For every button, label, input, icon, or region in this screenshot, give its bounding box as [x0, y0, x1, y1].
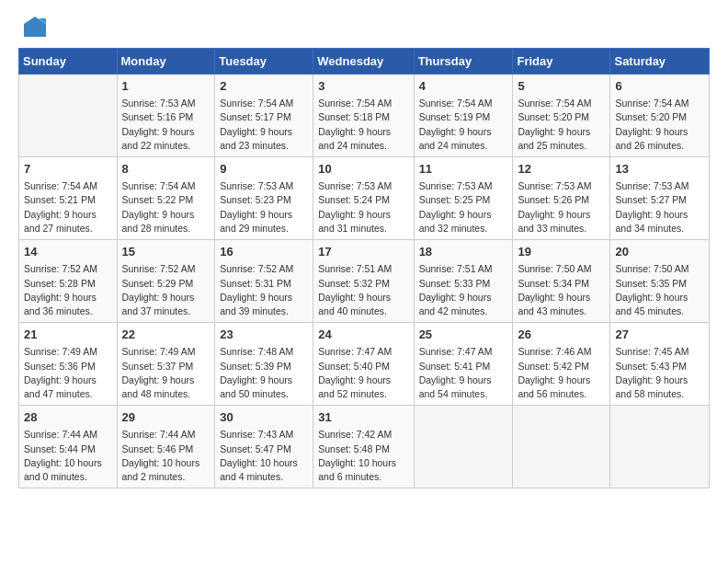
day-number: 8 [122, 161, 210, 178]
calendar-cell: 17Sunrise: 7:51 AM Sunset: 5:32 PM Dayli… [313, 240, 414, 323]
day-info: Sunrise: 7:47 AM Sunset: 5:40 PM Dayligh… [318, 345, 408, 401]
day-number: 5 [518, 78, 605, 95]
day-number: 24 [318, 327, 408, 343]
calendar-cell: 7Sunrise: 7:54 AM Sunset: 5:21 PM Daylig… [19, 157, 118, 240]
calendar-cell: 1Sunrise: 7:53 AM Sunset: 5:16 PM Daylig… [117, 75, 215, 157]
calendar-cell: 13Sunrise: 7:53 AM Sunset: 5:27 PM Dayli… [610, 157, 710, 240]
calendar-cell: 6Sunrise: 7:54 AM Sunset: 5:20 PM Daylig… [610, 75, 710, 157]
day-info: Sunrise: 7:52 AM Sunset: 5:31 PM Dayligh… [220, 262, 308, 318]
header-day: Wednesday [313, 49, 414, 75]
day-info: Sunrise: 7:53 AM Sunset: 5:16 PM Dayligh… [122, 97, 210, 153]
calendar-cell: 21Sunrise: 7:49 AM Sunset: 5:36 PM Dayli… [19, 323, 118, 406]
day-number: 4 [419, 78, 508, 95]
calendar-week-row: 28Sunrise: 7:44 AM Sunset: 5:44 PM Dayli… [19, 406, 710, 488]
calendar-cell: 12Sunrise: 7:53 AM Sunset: 5:26 PM Dayli… [513, 157, 610, 240]
day-number: 10 [318, 161, 408, 178]
day-info: Sunrise: 7:54 AM Sunset: 5:18 PM Dayligh… [318, 97, 408, 153]
calendar-cell: 19Sunrise: 7:50 AM Sunset: 5:34 PM Dayli… [513, 240, 610, 323]
calendar-cell: 25Sunrise: 7:47 AM Sunset: 5:41 PM Dayli… [414, 323, 513, 406]
day-info: Sunrise: 7:44 AM Sunset: 5:44 PM Dayligh… [24, 428, 112, 484]
calendar-cell: 27Sunrise: 7:45 AM Sunset: 5:43 PM Dayli… [610, 323, 710, 406]
day-number: 16 [220, 244, 308, 260]
day-info: Sunrise: 7:53 AM Sunset: 5:23 PM Dayligh… [220, 179, 308, 236]
calendar-cell: 5Sunrise: 7:54 AM Sunset: 5:20 PM Daylig… [513, 75, 610, 157]
day-number: 30 [220, 409, 308, 426]
calendar-cell: 10Sunrise: 7:53 AM Sunset: 5:24 PM Dayli… [313, 157, 414, 240]
day-number: 15 [122, 244, 210, 260]
calendar-week-row: 14Sunrise: 7:52 AM Sunset: 5:28 PM Dayli… [19, 240, 710, 323]
day-number: 14 [24, 244, 112, 260]
day-info: Sunrise: 7:52 AM Sunset: 5:28 PM Dayligh… [24, 262, 112, 318]
calendar-cell: 20Sunrise: 7:50 AM Sunset: 5:35 PM Dayli… [610, 240, 710, 323]
day-info: Sunrise: 7:45 AM Sunset: 5:43 PM Dayligh… [615, 345, 704, 401]
day-number: 22 [122, 327, 210, 343]
day-number: 7 [24, 161, 112, 178]
day-info: Sunrise: 7:46 AM Sunset: 5:42 PM Dayligh… [518, 345, 605, 401]
day-number: 17 [318, 244, 408, 260]
day-info: Sunrise: 7:54 AM Sunset: 5:21 PM Dayligh… [24, 179, 112, 236]
day-info: Sunrise: 7:53 AM Sunset: 5:27 PM Dayligh… [615, 179, 704, 236]
day-number: 11 [419, 161, 508, 178]
day-info: Sunrise: 7:52 AM Sunset: 5:29 PM Dayligh… [122, 262, 210, 318]
day-number: 25 [419, 327, 508, 343]
day-info: Sunrise: 7:54 AM Sunset: 5:20 PM Dayligh… [615, 97, 704, 153]
calendar-cell: 26Sunrise: 7:46 AM Sunset: 5:42 PM Dayli… [513, 323, 610, 406]
day-number: 1 [122, 78, 210, 95]
day-number: 6 [615, 78, 704, 95]
day-info: Sunrise: 7:54 AM Sunset: 5:17 PM Dayligh… [220, 97, 308, 153]
day-info: Sunrise: 7:53 AM Sunset: 5:25 PM Dayligh… [419, 179, 508, 236]
calendar-cell: 23Sunrise: 7:48 AM Sunset: 5:39 PM Dayli… [215, 323, 313, 406]
day-info: Sunrise: 7:54 AM Sunset: 5:20 PM Dayligh… [518, 97, 605, 153]
calendar-cell: 18Sunrise: 7:51 AM Sunset: 5:33 PM Dayli… [414, 240, 513, 323]
day-number: 29 [122, 409, 210, 426]
day-number: 12 [518, 161, 605, 178]
day-info: Sunrise: 7:51 AM Sunset: 5:33 PM Dayligh… [419, 262, 508, 318]
day-number: 20 [615, 244, 704, 260]
day-number: 2 [220, 78, 308, 95]
calendar-cell [513, 406, 610, 488]
calendar-week-row: 21Sunrise: 7:49 AM Sunset: 5:36 PM Dayli… [19, 323, 710, 406]
day-info: Sunrise: 7:44 AM Sunset: 5:46 PM Dayligh… [122, 428, 210, 484]
day-number: 13 [615, 161, 704, 178]
calendar-body: 1Sunrise: 7:53 AM Sunset: 5:16 PM Daylig… [19, 75, 710, 488]
page-container: SundayMondayTuesdayWednesdayThursdayFrid… [0, 0, 728, 498]
day-number: 31 [318, 409, 408, 426]
day-info: Sunrise: 7:43 AM Sunset: 5:47 PM Dayligh… [220, 428, 308, 484]
calendar-cell: 24Sunrise: 7:47 AM Sunset: 5:40 PM Dayli… [313, 323, 414, 406]
calendar-table: SundayMondayTuesdayWednesdayThursdayFrid… [18, 48, 710, 488]
page-header [18, 15, 710, 40]
day-info: Sunrise: 7:50 AM Sunset: 5:35 PM Dayligh… [615, 262, 704, 318]
day-number: 26 [518, 327, 605, 343]
calendar-cell: 14Sunrise: 7:52 AM Sunset: 5:28 PM Dayli… [19, 240, 118, 323]
header-day: Monday [117, 49, 215, 75]
calendar-cell: 29Sunrise: 7:44 AM Sunset: 5:46 PM Dayli… [117, 406, 215, 488]
header-day: Sunday [19, 49, 118, 75]
header-day: Tuesday [215, 49, 313, 75]
day-number: 19 [518, 244, 605, 260]
calendar-cell: 3Sunrise: 7:54 AM Sunset: 5:18 PM Daylig… [313, 75, 414, 157]
calendar-cell: 16Sunrise: 7:52 AM Sunset: 5:31 PM Dayli… [215, 240, 313, 323]
logo [18, 15, 48, 40]
calendar-cell: 30Sunrise: 7:43 AM Sunset: 5:47 PM Dayli… [215, 406, 313, 488]
day-number: 23 [220, 327, 308, 343]
day-info: Sunrise: 7:50 AM Sunset: 5:34 PM Dayligh… [518, 262, 605, 318]
header-day: Thursday [414, 49, 513, 75]
day-info: Sunrise: 7:54 AM Sunset: 5:22 PM Dayligh… [122, 179, 210, 236]
day-number: 3 [318, 78, 408, 95]
calendar-cell: 31Sunrise: 7:42 AM Sunset: 5:48 PM Dayli… [313, 406, 414, 488]
day-info: Sunrise: 7:48 AM Sunset: 5:39 PM Dayligh… [220, 345, 308, 401]
day-info: Sunrise: 7:51 AM Sunset: 5:32 PM Dayligh… [318, 262, 408, 318]
calendar-cell: 9Sunrise: 7:53 AM Sunset: 5:23 PM Daylig… [215, 157, 313, 240]
day-number: 18 [419, 244, 508, 260]
calendar-week-row: 7Sunrise: 7:54 AM Sunset: 5:21 PM Daylig… [19, 157, 710, 240]
calendar-cell: 4Sunrise: 7:54 AM Sunset: 5:19 PM Daylig… [414, 75, 513, 157]
day-info: Sunrise: 7:53 AM Sunset: 5:26 PM Dayligh… [518, 179, 605, 236]
day-info: Sunrise: 7:49 AM Sunset: 5:37 PM Dayligh… [122, 345, 210, 401]
day-number: 28 [24, 409, 112, 426]
day-info: Sunrise: 7:49 AM Sunset: 5:36 PM Dayligh… [24, 345, 112, 401]
day-number: 21 [24, 327, 112, 343]
calendar-cell: 8Sunrise: 7:54 AM Sunset: 5:22 PM Daylig… [117, 157, 215, 240]
calendar-cell [19, 75, 118, 157]
header-day: Friday [513, 49, 610, 75]
calendar-header: SundayMondayTuesdayWednesdayThursdayFrid… [19, 49, 710, 75]
